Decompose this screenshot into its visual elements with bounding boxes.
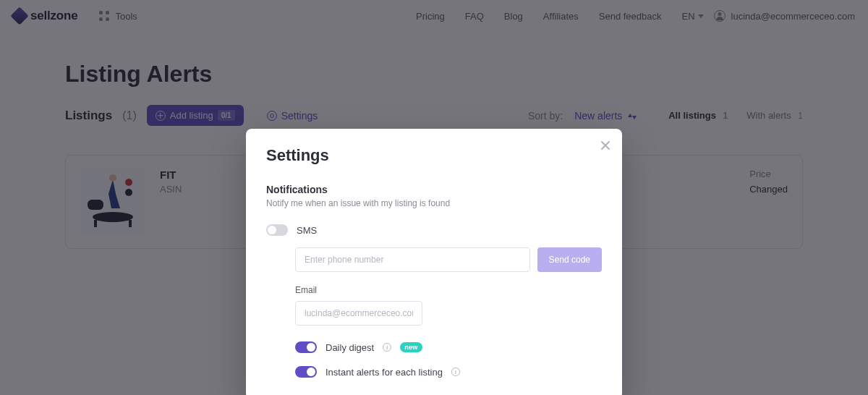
new-badge: new xyxy=(400,342,422,352)
sms-toggle-row: SMS xyxy=(266,224,602,236)
info-icon[interactable]: i xyxy=(451,368,460,376)
daily-digest-label: Daily digest xyxy=(326,342,374,353)
close-icon[interactable] xyxy=(599,139,612,152)
phone-number-input[interactable] xyxy=(295,247,530,272)
notifications-section-subtitle: Notify me when an issue with my listing … xyxy=(266,198,602,208)
send-code-button[interactable]: Send code xyxy=(537,247,602,272)
daily-digest-row: Daily digest i new xyxy=(295,341,602,353)
sms-label: SMS xyxy=(297,225,317,236)
settings-modal: Settings Notifications Notify me when an… xyxy=(246,129,622,395)
modal-title: Settings xyxy=(266,146,602,165)
instant-alerts-row: Instant alerts for each listing i xyxy=(295,366,602,378)
email-input[interactable] xyxy=(295,301,422,326)
instant-alerts-toggle[interactable] xyxy=(295,366,317,378)
notifications-section-title: Notifications xyxy=(266,184,602,195)
instant-alerts-label: Instant alerts for each listing xyxy=(326,367,443,378)
daily-digest-toggle[interactable] xyxy=(295,341,317,353)
email-field-label: Email xyxy=(295,285,602,295)
modal-overlay[interactable]: Settings Notifications Notify me when an… xyxy=(0,0,868,395)
info-icon[interactable]: i xyxy=(383,343,391,352)
sms-toggle[interactable] xyxy=(266,224,288,236)
